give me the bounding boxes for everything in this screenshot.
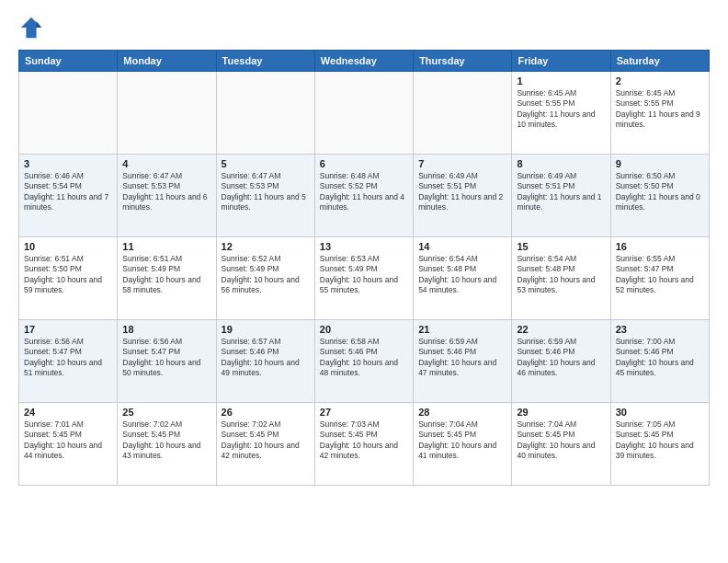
day-cell-12: 12Sunrise: 6:52 AMSunset: 5:49 PMDayligh…	[216, 237, 314, 320]
day-number: 4	[122, 158, 210, 169]
day-cell-1: 1Sunrise: 6:45 AMSunset: 5:55 PMDaylight…	[512, 72, 610, 155]
day-cell-15: 15Sunrise: 6:54 AMSunset: 5:48 PMDayligh…	[512, 237, 610, 320]
day-cell-8: 8Sunrise: 6:49 AMSunset: 5:51 PMDaylight…	[512, 155, 610, 237]
weekday-header-tuesday: Tuesday	[216, 51, 314, 72]
day-number: 29	[517, 407, 605, 418]
day-info: Sunrise: 6:59 AMSunset: 5:46 PMDaylight:…	[418, 337, 506, 379]
day-info: Sunrise: 6:47 AMSunset: 5:53 PMDaylight:…	[222, 171, 310, 213]
week-row-2: 3Sunrise: 6:46 AMSunset: 5:54 PMDaylight…	[19, 155, 710, 237]
day-number: 24	[24, 407, 112, 418]
day-info: Sunrise: 7:04 AMSunset: 5:45 PMDaylight:…	[418, 419, 506, 462]
day-cell-25: 25Sunrise: 7:02 AMSunset: 5:45 PMDayligh…	[118, 403, 216, 486]
day-cell-28: 28Sunrise: 7:04 AMSunset: 5:45 PMDayligh…	[414, 403, 512, 486]
day-number: 9	[616, 158, 704, 169]
svg-marker-1	[37, 21, 42, 28]
day-info: Sunrise: 6:47 AMSunset: 5:53 PMDaylight:…	[122, 171, 210, 213]
day-info: Sunrise: 7:01 AMSunset: 5:45 PMDaylight:…	[24, 419, 112, 462]
day-number: 28	[418, 407, 506, 418]
week-row-3: 10Sunrise: 6:51 AMSunset: 5:50 PMDayligh…	[19, 237, 710, 320]
day-cell-9: 9Sunrise: 6:50 AMSunset: 5:50 PMDaylight…	[610, 155, 709, 237]
logo	[18, 15, 48, 40]
day-cell-26: 26Sunrise: 7:02 AMSunset: 5:45 PMDayligh…	[216, 403, 314, 486]
day-number: 2	[616, 75, 704, 86]
day-info: Sunrise: 7:00 AMSunset: 5:46 PMDaylight:…	[616, 337, 704, 379]
day-cell-5: 5Sunrise: 6:47 AMSunset: 5:53 PMDaylight…	[216, 155, 314, 237]
day-info: Sunrise: 6:51 AMSunset: 5:50 PMDaylight:…	[24, 254, 112, 296]
empty-cell	[314, 72, 413, 155]
empty-cell	[216, 72, 314, 155]
day-number: 19	[222, 324, 310, 335]
weekday-header-wednesday: Wednesday	[314, 51, 413, 72]
day-number: 6	[320, 158, 408, 169]
calendar: SundayMondayTuesdayWednesdayThursdayFrid…	[18, 50, 710, 486]
day-cell-3: 3Sunrise: 6:46 AMSunset: 5:54 PMDaylight…	[19, 155, 118, 237]
logo-icon	[18, 15, 44, 40]
empty-cell	[19, 72, 118, 155]
day-info: Sunrise: 6:49 AMSunset: 5:51 PMDaylight:…	[517, 171, 605, 213]
weekday-header-row: SundayMondayTuesdayWednesdayThursdayFrid…	[19, 51, 710, 72]
day-info: Sunrise: 6:59 AMSunset: 5:46 PMDaylight:…	[517, 337, 605, 379]
weekday-header-friday: Friday	[512, 51, 610, 72]
day-info: Sunrise: 7:02 AMSunset: 5:45 PMDaylight:…	[122, 419, 210, 462]
day-info: Sunrise: 6:50 AMSunset: 5:50 PMDaylight:…	[616, 171, 704, 213]
day-info: Sunrise: 6:57 AMSunset: 5:46 PMDaylight:…	[222, 337, 310, 379]
empty-cell	[414, 72, 512, 155]
day-info: Sunrise: 7:04 AMSunset: 5:45 PMDaylight:…	[517, 419, 605, 462]
day-number: 7	[418, 158, 506, 169]
day-number: 11	[122, 241, 210, 252]
day-info: Sunrise: 6:53 AMSunset: 5:49 PMDaylight:…	[320, 254, 408, 296]
day-cell-23: 23Sunrise: 7:00 AMSunset: 5:46 PMDayligh…	[610, 320, 709, 403]
day-cell-10: 10Sunrise: 6:51 AMSunset: 5:50 PMDayligh…	[19, 237, 118, 320]
day-number: 12	[222, 241, 310, 252]
day-cell-18: 18Sunrise: 6:56 AMSunset: 5:47 PMDayligh…	[118, 320, 216, 403]
day-number: 5	[222, 158, 310, 169]
day-cell-20: 20Sunrise: 6:58 AMSunset: 5:46 PMDayligh…	[314, 320, 413, 403]
day-info: Sunrise: 6:58 AMSunset: 5:46 PMDaylight:…	[320, 337, 408, 379]
day-number: 3	[24, 158, 112, 169]
day-cell-4: 4Sunrise: 6:47 AMSunset: 5:53 PMDaylight…	[118, 155, 216, 237]
page: SundayMondayTuesdayWednesdayThursdayFrid…	[0, 0, 728, 563]
day-number: 23	[616, 324, 704, 335]
day-cell-19: 19Sunrise: 6:57 AMSunset: 5:46 PMDayligh…	[216, 320, 314, 403]
day-number: 10	[24, 241, 112, 252]
week-row-1: 1Sunrise: 6:45 AMSunset: 5:55 PMDaylight…	[19, 72, 710, 155]
day-info: Sunrise: 6:49 AMSunset: 5:51 PMDaylight:…	[418, 171, 506, 213]
day-number: 14	[418, 241, 506, 252]
weekday-header-monday: Monday	[118, 51, 216, 72]
day-cell-13: 13Sunrise: 6:53 AMSunset: 5:49 PMDayligh…	[314, 237, 413, 320]
day-cell-14: 14Sunrise: 6:54 AMSunset: 5:48 PMDayligh…	[414, 237, 512, 320]
day-number: 16	[616, 241, 704, 252]
day-number: 22	[517, 324, 605, 335]
day-info: Sunrise: 6:54 AMSunset: 5:48 PMDaylight:…	[418, 254, 506, 296]
day-number: 20	[320, 324, 408, 335]
day-cell-7: 7Sunrise: 6:49 AMSunset: 5:51 PMDaylight…	[414, 155, 512, 237]
day-info: Sunrise: 6:46 AMSunset: 5:54 PMDaylight:…	[24, 171, 112, 213]
day-cell-24: 24Sunrise: 7:01 AMSunset: 5:45 PMDayligh…	[19, 403, 118, 486]
day-cell-2: 2Sunrise: 6:45 AMSunset: 5:55 PMDaylight…	[610, 72, 709, 155]
day-cell-22: 22Sunrise: 6:59 AMSunset: 5:46 PMDayligh…	[512, 320, 610, 403]
day-cell-16: 16Sunrise: 6:55 AMSunset: 5:47 PMDayligh…	[610, 237, 709, 320]
day-number: 15	[517, 241, 605, 252]
empty-cell	[118, 72, 216, 155]
week-row-4: 17Sunrise: 6:56 AMSunset: 5:47 PMDayligh…	[19, 320, 710, 403]
header	[18, 15, 710, 40]
day-info: Sunrise: 7:05 AMSunset: 5:45 PMDaylight:…	[616, 419, 704, 462]
weekday-header-sunday: Sunday	[19, 51, 118, 72]
week-row-5: 24Sunrise: 7:01 AMSunset: 5:45 PMDayligh…	[19, 403, 710, 486]
day-info: Sunrise: 6:45 AMSunset: 5:55 PMDaylight:…	[517, 88, 605, 131]
day-info: Sunrise: 7:02 AMSunset: 5:45 PMDaylight:…	[222, 419, 310, 462]
day-number: 8	[517, 158, 605, 169]
day-info: Sunrise: 7:03 AMSunset: 5:45 PMDaylight:…	[320, 419, 408, 462]
day-number: 26	[222, 407, 310, 418]
day-number: 1	[517, 75, 605, 86]
day-info: Sunrise: 6:52 AMSunset: 5:49 PMDaylight:…	[222, 254, 310, 296]
weekday-header-saturday: Saturday	[610, 51, 709, 72]
day-cell-30: 30Sunrise: 7:05 AMSunset: 5:45 PMDayligh…	[610, 403, 709, 486]
day-info: Sunrise: 6:56 AMSunset: 5:47 PMDaylight:…	[122, 337, 210, 379]
day-cell-11: 11Sunrise: 6:51 AMSunset: 5:49 PMDayligh…	[118, 237, 216, 320]
day-cell-29: 29Sunrise: 7:04 AMSunset: 5:45 PMDayligh…	[512, 403, 610, 486]
day-number: 18	[122, 324, 210, 335]
day-info: Sunrise: 6:51 AMSunset: 5:49 PMDaylight:…	[122, 254, 210, 296]
day-cell-17: 17Sunrise: 6:56 AMSunset: 5:47 PMDayligh…	[19, 320, 118, 403]
day-cell-21: 21Sunrise: 6:59 AMSunset: 5:46 PMDayligh…	[414, 320, 512, 403]
